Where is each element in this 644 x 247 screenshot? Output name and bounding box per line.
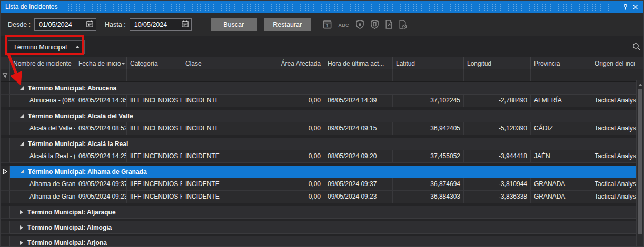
table-cell[interactable]: -5,120390 — [464, 122, 531, 135]
shield-drop-icon[interactable] — [355, 19, 365, 29]
table-cell[interactable]: -3,944418 — [464, 150, 531, 163]
table-cell[interactable]: Tactical Analys — [591, 150, 637, 163]
vertical-scrollbar[interactable] — [636, 80, 643, 247]
column-header[interactable]: Hora de última act... — [324, 57, 393, 69]
filter-cell[interactable] — [464, 69, 531, 81]
filter-cell[interactable] — [75, 69, 127, 81]
group-expanded-icon[interactable] — [20, 86, 24, 90]
column-header[interactable]: Fecha de inicio — [75, 57, 127, 69]
table-cell[interactable]: CÁDIZ — [531, 122, 591, 135]
table-row[interactable]: Alhama de Granad...09/05/2024 09:23IIFF … — [1, 191, 637, 203]
table-cell[interactable]: 36,884303 — [393, 191, 464, 203]
table-cell[interactable]: 09/05/2024 08:52 — [75, 122, 127, 135]
groupby-chip-termino-municipal[interactable]: Término Municipal — [8, 40, 85, 54]
table-cell[interactable]: 36,942405 — [393, 122, 464, 135]
group-row[interactable]: Término Municipal: Aljaraque — [1, 206, 637, 219]
table-cell[interactable]: JAÉN — [531, 150, 591, 163]
table-cell[interactable]: 06/05/2024 14:25 — [75, 150, 127, 163]
hasta-date-input[interactable]: 10/05/2024 — [130, 18, 192, 31]
table-cell[interactable]: IIFF INCENDIOS F... — [127, 150, 182, 163]
table-cell[interactable]: 09/05/2024 09:37 — [324, 178, 393, 191]
table-cell[interactable]: 09/05/2024 09:15 — [324, 122, 393, 135]
calendar-day-icon[interactable]: 1 — [322, 19, 332, 29]
group-expanded-icon[interactable] — [20, 114, 24, 118]
table-cell[interactable]: IIFF INCENDIOS F... — [127, 191, 182, 203]
group-expanded-icon[interactable] — [20, 170, 24, 173]
table-cell[interactable]: INCIDENTE — [182, 95, 236, 107]
filter-cell[interactable] — [10, 69, 75, 81]
table-cell[interactable]: 0,00 — [236, 122, 324, 135]
column-header[interactable]: Origen del inci — [591, 57, 637, 69]
group-row[interactable]: Término Municipal: Alhama de Granada — [1, 166, 637, 178]
table-cell[interactable]: GRANADA — [531, 191, 591, 203]
filter-cell[interactable] — [531, 69, 591, 81]
calendar-icon[interactable] — [86, 20, 94, 29]
filter-cell[interactable] — [393, 69, 464, 81]
table-cell[interactable]: IIFF INCENDIOS F... — [127, 122, 182, 135]
group-row[interactable]: Término Municipal: Arjona — [1, 236, 637, 247]
filter-cell[interactable] — [591, 69, 637, 81]
table-cell[interactable]: INCIDENTE — [182, 150, 236, 163]
group-expanded-icon[interactable] — [20, 142, 24, 146]
table-cell[interactable]: 0,00 — [236, 191, 324, 203]
filter-icon[interactable] — [1, 69, 10, 81]
filter-cell[interactable] — [182, 69, 236, 81]
table-cell[interactable]: Alhama de Granad... — [10, 191, 75, 203]
abc-labels-icon[interactable]: ABC — [337, 19, 350, 29]
column-header[interactable]: Provincia — [531, 57, 591, 69]
group-row[interactable]: Término Municipal: Abrucena — [1, 82, 637, 95]
table-row[interactable]: Abrucena - (06/05...06/05/2024 14:35IIFF… — [1, 95, 637, 107]
table-cell[interactable]: 09/05/2024 09:23 — [75, 191, 127, 203]
table-cell[interactable]: Abrucena - (06/05... — [10, 95, 75, 107]
close-icon[interactable] — [630, 2, 640, 12]
table-cell[interactable]: 06/05/2024 14:35 — [75, 95, 127, 107]
file-blocked-icon[interactable] — [398, 19, 407, 29]
group-collapsed-icon[interactable] — [20, 210, 23, 214]
table-cell[interactable]: -3,836338 — [464, 191, 531, 203]
table-cell[interactable]: 09/05/2024 09:23 — [324, 191, 393, 203]
table-cell[interactable]: Tactical Analys — [591, 95, 637, 107]
file-export-icon[interactable] — [384, 19, 393, 29]
table-cell[interactable]: 0,00 — [236, 150, 324, 163]
column-header[interactable]: Nombre de incidente — [10, 57, 75, 69]
table-cell[interactable]: INCIDENTE — [182, 178, 236, 191]
table-cell[interactable]: Alcalá la Real - (06... — [10, 150, 75, 163]
table-row[interactable]: Alcalá la Real - (06...06/05/2024 14:25I… — [1, 150, 637, 163]
column-header[interactable]: Clase — [182, 57, 236, 69]
filter-cell[interactable] — [324, 69, 393, 81]
table-cell[interactable]: IIFF INCENDIOS F... — [127, 95, 182, 107]
buscar-button[interactable]: Buscar — [211, 18, 257, 31]
table-row[interactable]: Alcalá del Valle - (0...09/05/2024 08:52… — [1, 122, 637, 135]
table-cell[interactable]: 09/05/2024 09:37 — [75, 178, 127, 191]
table-cell[interactable]: Tactical Analys — [591, 122, 637, 135]
filter-cell[interactable] — [236, 69, 324, 81]
restaurar-button[interactable]: Restaurar — [264, 18, 311, 31]
table-cell[interactable]: INCIDENTE — [182, 122, 236, 135]
calendar-icon[interactable] — [181, 20, 189, 29]
column-header[interactable]: Latitud — [393, 57, 464, 69]
desde-date-input[interactable]: 01/05/2024 — [34, 18, 96, 31]
column-header[interactable]: Área Afectada — [236, 57, 324, 69]
scroll-up-icon[interactable] — [638, 84, 642, 86]
group-collapsed-icon[interactable] — [20, 225, 23, 230]
table-cell[interactable]: GRANADA — [531, 178, 591, 191]
group-row[interactable]: Término Municipal: Alcalá del Valle — [1, 110, 637, 122]
table-cell[interactable]: Alhama de Granad... — [10, 178, 75, 191]
table-cell[interactable]: ALMERÍA — [531, 95, 591, 107]
group-row[interactable]: Término Municipal: Almogía — [1, 221, 637, 234]
table-cell[interactable]: 37,455052 — [393, 150, 464, 163]
table-cell[interactable]: Tactical Analys — [591, 191, 637, 203]
table-cell[interactable]: INCIDENTE — [182, 191, 236, 203]
pin-icon[interactable] — [620, 2, 630, 12]
group-row[interactable]: Término Municipal: Alcalá la Real — [1, 138, 637, 150]
table-cell[interactable]: 37,102245 — [393, 95, 464, 107]
column-header[interactable]: Longitud — [464, 57, 531, 69]
table-cell[interactable]: Alcalá del Valle - (0... — [10, 122, 75, 135]
table-cell[interactable]: IIFF INCENDIOS F... — [127, 178, 182, 191]
shield-box-icon[interactable] — [370, 19, 380, 29]
table-cell[interactable]: Tactical Analys — [591, 178, 637, 191]
table-cell[interactable]: -3,810944 — [464, 178, 531, 191]
table-row[interactable]: Alhama de Granad...09/05/2024 09:37IIFF … — [1, 178, 637, 191]
table-cell[interactable]: -2,788490 — [464, 95, 531, 107]
table-cell[interactable]: 0,00 — [236, 178, 324, 191]
